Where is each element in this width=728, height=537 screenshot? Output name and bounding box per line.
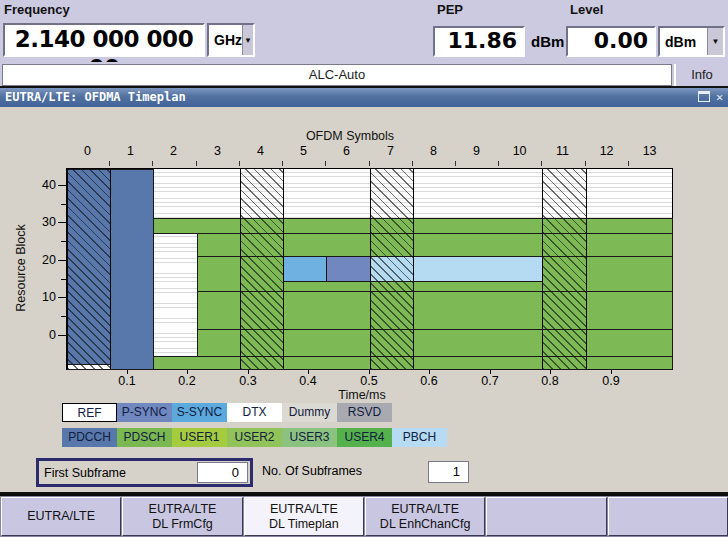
time-tick-label: 0.7 — [470, 374, 510, 388]
legend-item-user2: USER2 — [227, 428, 282, 447]
rb-tick-label: 10 — [30, 290, 56, 304]
softkey-label: DL EnhChanCfg — [380, 517, 471, 532]
rb-major-tick — [58, 185, 66, 186]
symbol-boundary-tick — [239, 161, 240, 166]
close-icon[interactable]: ✕ — [713, 90, 726, 104]
rb-major-tick — [58, 260, 66, 261]
softkey-label: DL Timeplan — [269, 517, 339, 532]
level-value-field[interactable]: 0.00 — [566, 26, 656, 57]
top-axis-title: OFDM Symbols — [250, 129, 450, 143]
pep-label: PEP — [437, 2, 463, 17]
time-tick-label: 0.9 — [591, 374, 631, 388]
softkey-label: EUTRA/LTE — [149, 502, 217, 517]
legend-item-ref: REF — [62, 403, 117, 422]
softkey-label: EUTRA/LTE — [391, 502, 459, 517]
symbol-boundary-tick — [196, 161, 197, 166]
frequency-value-field[interactable]: 2.140 000 000 00 — [3, 23, 205, 57]
first-subframe-group: First Subframe 0 — [36, 458, 253, 487]
timeplan-plot — [66, 168, 673, 370]
symbol-boundary-tick — [498, 161, 499, 166]
pep-value-field[interactable]: 11.86 — [433, 26, 525, 57]
timeplan-region-s-sync — [283, 256, 327, 282]
ofdm-symbol-label: 10 — [505, 144, 535, 158]
frequency-unit-label: GHz — [209, 32, 242, 48]
ref-hatch-column — [240, 169, 284, 369]
chevron-down-icon[interactable]: ▼ — [707, 28, 723, 55]
ofdm-symbol-label: 8 — [419, 144, 449, 158]
ofdm-symbol-label: 11 — [548, 144, 578, 158]
symbol-boundary-tick — [152, 161, 153, 166]
maximize-icon[interactable] — [698, 91, 710, 102]
subframes-input[interactable]: 1 — [428, 461, 469, 483]
softkey-4[interactable]: EUTRA/LTEDL EnhChanCfg — [365, 497, 485, 536]
symbol-boundary-tick — [628, 161, 629, 166]
info-button[interactable]: Info — [674, 64, 728, 86]
ofdm-symbol-label: 2 — [159, 144, 189, 158]
ofdm-symbol-label: 7 — [376, 144, 406, 158]
level-label: Level — [570, 2, 603, 17]
subframes-label: No. Of Subframes — [262, 464, 362, 478]
symbol-boundary-tick — [369, 161, 370, 166]
ofdm-symbol-label: 3 — [203, 144, 233, 158]
legend-item-rsvd: RSVD — [337, 403, 392, 422]
legend-item-user1: USER1 — [172, 428, 227, 447]
time-tick-label: 0.1 — [107, 374, 147, 388]
ref-hatch-column — [67, 169, 111, 369]
ofdm-symbol-label: 6 — [332, 144, 362, 158]
legend-item-s-sync: S-SYNC — [172, 403, 227, 422]
softkey-5[interactable] — [486, 497, 606, 536]
rb-tick-label: 40 — [30, 178, 56, 192]
ofdm-symbol-label: 0 — [73, 144, 103, 158]
softkey-bar: EUTRA/LTEEUTRA/LTEDL FrmCfgEUTRA/LTEDL T… — [0, 494, 728, 537]
frequency-label: Frequency — [4, 2, 70, 17]
symbol-boundary-tick — [325, 161, 326, 166]
legend-item-user3: USER3 — [282, 428, 337, 447]
instrument-screen: Frequency 2.140 000 000 00 GHz ▼ PEP 11.… — [0, 0, 728, 537]
legend-item-dtx: DTX — [227, 403, 282, 422]
ofdm-symbol-label: 4 — [246, 144, 276, 158]
window-title: EUTRA/LTE: OFDMA Timeplan — [5, 90, 186, 104]
time-tick-label: 0.2 — [167, 374, 207, 388]
ofdm-symbol-label: 1 — [116, 144, 146, 158]
symbol-boundary-tick — [585, 161, 586, 166]
status-bar: ALC-Auto Info — [0, 62, 728, 88]
symbol-boundary-tick — [109, 161, 110, 166]
ofdm-symbol-label: 12 — [592, 144, 622, 158]
time-tick-label: 0.5 — [349, 374, 389, 388]
level-unit-select[interactable]: dBm ▼ — [658, 26, 725, 57]
timeplan-window: EUTRA/LTE: OFDMA Timeplan ✕ OFDM Symbols… — [0, 88, 728, 494]
symbol-boundary-tick — [412, 161, 413, 166]
softkey-2[interactable]: EUTRA/LTEDL FrmCfg — [122, 497, 242, 536]
ofdm-symbol-label: 5 — [289, 144, 319, 158]
rb-major-tick — [58, 335, 66, 336]
softkey-1[interactable]: EUTRA/LTE — [1, 497, 121, 536]
rb-major-tick — [58, 222, 66, 223]
header-bar: Frequency 2.140 000 000 00 GHz ▼ PEP 11.… — [0, 0, 728, 62]
timeplan-region-p-sync — [326, 256, 371, 282]
softkey-label: EUTRA/LTE — [270, 502, 338, 517]
legend-item-p-sync: P-SYNC — [117, 403, 172, 422]
ofdm-symbol-label: 9 — [462, 144, 492, 158]
ref-hatch-column — [542, 169, 587, 369]
time-tick-label: 0.8 — [530, 374, 570, 388]
chevron-down-icon[interactable]: ▼ — [242, 25, 253, 55]
first-subframe-label: First Subframe — [39, 466, 197, 480]
frequency-unit-select[interactable]: GHz ▼ — [207, 23, 255, 57]
status-message: ALC-Auto — [2, 64, 672, 86]
bottom-axis-title: Time/ms — [312, 388, 412, 402]
time-tick-label: 0.4 — [288, 374, 328, 388]
symbol-boundary-tick — [541, 161, 542, 166]
ofdm-symbol-label: 13 — [635, 144, 665, 158]
legend-item-dummy: Dummy — [282, 403, 337, 422]
y-axis-title: Resource Block — [14, 168, 28, 368]
softkey-label: DL FrmCfg — [152, 517, 213, 532]
rb-tick-label: 0 — [30, 328, 56, 342]
softkey-3[interactable]: EUTRA/LTEDL Timeplan — [244, 497, 364, 536]
time-tick-label: 0.3 — [228, 374, 268, 388]
legend-item-pdcch: PDCCH — [62, 428, 117, 447]
softkey-6[interactable] — [608, 497, 728, 536]
symbol-boundary-tick — [282, 161, 283, 166]
first-subframe-input[interactable]: 0 — [197, 462, 248, 483]
window-title-bar[interactable]: EUTRA/LTE: OFDMA Timeplan ✕ — [0, 88, 728, 107]
legend-item-user4: USER4 — [337, 428, 392, 447]
